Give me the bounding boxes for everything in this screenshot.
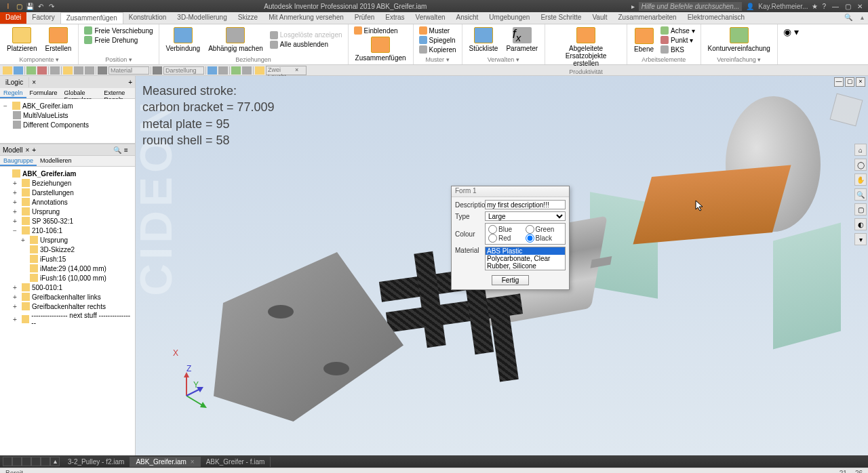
search-arrow-icon[interactable]: ▸ [631,3,635,10]
open-icon[interactable]: ▢ [15,2,23,10]
qat-shadow-icon[interactable] [218,66,228,75]
model-tree-item[interactable]: +500-010:1 [2,283,133,292]
form-title[interactable]: Form 1 [452,186,569,197]
3d-viewport[interactable]: CIDEON Measured stroke: carbon bracket =… [136,76,868,455]
ribbon-tab-factory[interactable]: Factory [26,12,60,24]
docmode-2-icon[interactable] [12,457,22,466]
create-button[interactable]: Erstellen [42,26,74,54]
doc-tab-abk-f[interactable]: ABK_Greifer - f.iam [201,457,271,467]
part-clamp-right[interactable] [773,223,841,350]
qat-sec-icon[interactable] [242,66,252,75]
model-tree-item[interactable]: iFush:15 [2,254,133,264]
material-option-polycarb[interactable]: Polycarbonate, Clear [486,255,565,262]
ribbon-tab-inspect[interactable]: Prüfen [349,12,380,24]
model-tree-item[interactable]: +Darstellungen [2,188,133,197]
qat-appearance-icon[interactable] [153,66,162,75]
material-dropdown[interactable]: Material [108,66,149,75]
ilogic-tab-forms[interactable]: Formulare [26,88,61,98]
ilogic-close-icon[interactable]: × [29,79,39,86]
docmode-1-icon[interactable] [3,457,12,466]
model-tree-item[interactable]: +---------------- next stuff -----------… [2,311,133,327]
viewport-close-icon[interactable]: × [856,77,865,87]
ribbon-tab-manage[interactable]: Verwalten [410,12,451,24]
nav-orbit-icon[interactable]: ◯ [854,159,867,171]
appearance-dropdown[interactable]: Darstellung [163,66,204,75]
model-tree-item[interactable]: −210-106:1 [2,226,133,235]
qat-new-icon[interactable] [3,66,12,75]
maximize-button[interactable]: ▢ [842,3,853,10]
redo-icon[interactable]: ↷ [47,2,56,10]
ribbon-tab-design[interactable]: Konstruktion [123,12,172,24]
ribbon-tab-vault[interactable]: Vault [587,12,612,24]
ribbon-tab-getstarted[interactable]: Erste Schritte [535,12,587,24]
favorite-icon[interactable]: ★ [812,3,818,10]
show-button[interactable]: Einblenden [353,26,409,35]
group-pattern-label[interactable]: Muster ▾ [418,56,458,63]
ribbon-search-icon[interactable]: 🔍 [840,12,856,24]
ilogic-tab-global-forms[interactable]: Globale Formulare [61,88,101,98]
axis-button[interactable]: Achse ▾ [659,26,696,35]
group-position-label[interactable]: Position ▾ [83,56,154,63]
form-type-select[interactable]: Large [485,211,566,221]
material-option-abs[interactable]: ABS Plastic [486,247,565,255]
derived-substitutes-button[interactable]: Abgeleitete Ersatzobjekte erstellen [549,26,623,68]
ribbon-collapse-icon[interactable]: ▴ [856,12,868,24]
part-metal-plate[interactable] [214,252,403,421]
copy-button[interactable]: Kopieren [418,45,458,54]
qat-light-icon[interactable] [255,66,264,75]
qat-back-icon[interactable] [37,66,47,75]
point-button[interactable]: Punkt ▾ [659,35,696,45]
part-orange-block[interactable] [633,165,791,244]
ilogic-tab-external-rules[interactable]: Externe Regeln [100,88,135,98]
free-move-button[interactable]: Freie Verschiebung [83,26,154,35]
ilogic-rule-diffcomp[interactable]: Different Components [2,120,133,129]
group-component-label[interactable]: Komponente ▾ [4,56,74,63]
ilogic-tree-root[interactable]: −ABK_Greifer.iam [2,101,133,110]
model-tab-assembly[interactable]: Baugruppe [0,156,37,166]
form-done-button[interactable]: Fertig [492,275,530,285]
nav-pan-icon[interactable]: ✋ [854,173,867,186]
docmode-4-icon[interactable] [31,457,41,466]
model-tree-item[interactable]: +Ursprung [2,207,133,216]
model-panel-add-icon[interactable]: + [32,146,36,154]
nav-config-icon[interactable]: ▾ [854,233,867,245]
form-desc-input[interactable] [485,200,566,209]
group-manage-label[interactable]: Verwalten ▾ [467,56,540,63]
model-tree-item[interactable]: +Greifbackenhalter rechts [2,302,133,311]
qat-save-icon[interactable] [26,66,36,75]
bom-button[interactable]: Stückliste [467,26,501,54]
pattern-button[interactable]: Muster [418,26,458,35]
qat-render-icon[interactable] [208,66,217,75]
form-material-listbox[interactable]: ABS Plastic Polycarbonate, Clear Rubber,… [485,247,566,270]
mirror-button[interactable]: Spiegeln [418,35,458,45]
viewport-min-icon[interactable]: — [834,77,844,87]
joint-button[interactable]: Verbindung [163,26,203,54]
nav-zoom-icon[interactable]: 🔍 [854,188,867,201]
help-search-input[interactable]: Hilfe und Befehle durchsuchen... [639,2,743,11]
docmode-up-icon[interactable]: ▴ [50,457,60,466]
qat-vis-icon[interactable] [231,66,241,75]
qat-pan-icon[interactable] [74,66,83,75]
shrinkwrap-button[interactable]: Konturvereinfachung [705,26,773,54]
model-tree-item[interactable]: iMate:29 (14,000 mm) [2,264,133,273]
material-option-rubber[interactable]: Rubber, Silicone [486,262,565,270]
colour-red-radio[interactable]: Red [488,234,526,243]
ribbon-tab-file[interactable]: Datei [0,12,26,24]
colour-blue-radio[interactable]: Blue [488,225,526,234]
model-tree-item[interactable]: +Ursprung [2,235,133,245]
save-icon[interactable]: 💾 [26,2,34,10]
model-menu-icon[interactable]: ≡ [124,146,132,154]
minimize-button[interactable]: — [830,3,841,10]
free-rotate-button[interactable]: Freie Drehung [83,35,154,45]
place-button[interactable]: Platzieren [4,26,39,54]
model-tree-item[interactable]: iFush:16 (10,000 mm) [2,273,133,283]
model-tree-item[interactable]: +Greifbackenhalter links [2,292,133,302]
qat-zoom-icon[interactable] [85,66,94,75]
doc-tab-pulley[interactable]: 3-2_Pulley - f2.iam [62,457,130,467]
ribbon-tab-assemble[interactable]: Zusammenfügen [60,12,123,24]
ilogic-rule-multivalue[interactable]: MultiValueLists [2,110,133,120]
docmode-3-icon[interactable] [22,457,31,466]
docmode-5-icon[interactable] [41,457,50,466]
model-search-icon[interactable]: 🔍 [113,146,121,154]
ribbon-tab-annotate[interactable]: Mit Anmerkung versehen [263,12,349,24]
